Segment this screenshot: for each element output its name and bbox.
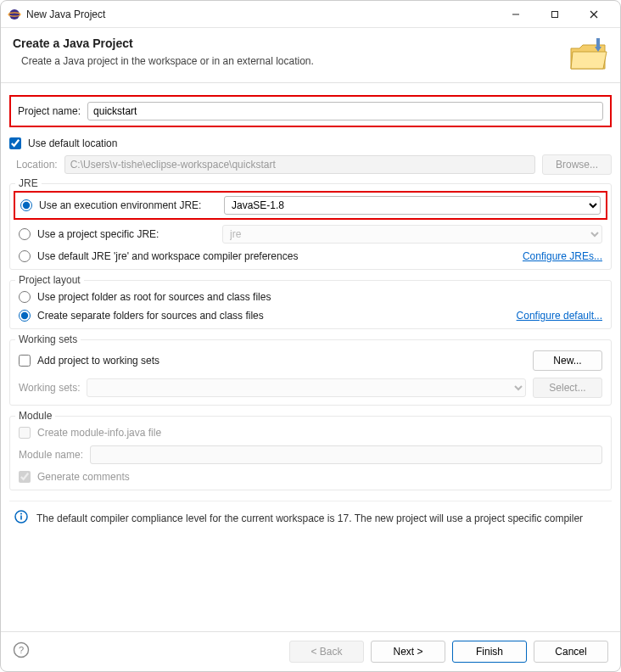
browse-button: Browse... (542, 154, 612, 175)
proj-specific-label: Use a project specific JRE: (37, 228, 215, 240)
use-default-radio[interactable] (19, 250, 31, 262)
create-module-info-checkbox (19, 427, 31, 439)
info-icon (14, 510, 28, 526)
location-row: Location: Browse... (9, 154, 612, 175)
generate-comments-checkbox (19, 471, 31, 483)
layout-root-radio[interactable] (19, 291, 31, 303)
eclipse-icon (8, 8, 21, 21)
layout-legend: Project layout (15, 274, 84, 286)
cancel-button[interactable]: Cancel (534, 641, 608, 663)
use-default-label: Use default JRE 'jre' and workspace comp… (37, 250, 298, 262)
info-message-row: The default compiler compliance level fo… (9, 501, 612, 535)
svg-rect-3 (552, 11, 558, 17)
svg-text:?: ? (19, 645, 24, 655)
window-title: New Java Project (26, 8, 496, 20)
configure-default-link[interactable]: Configure default... (517, 310, 602, 322)
folder-icon (568, 36, 608, 72)
default-location-row: Use default location (9, 137, 612, 149)
new-working-set-button[interactable]: New... (533, 350, 602, 371)
window-titlebar: New Java Project (1, 1, 620, 28)
add-working-sets-checkbox[interactable] (19, 355, 31, 367)
next-button[interactable]: Next > (371, 641, 445, 663)
wizard-footer: ? < Back Next > Finish Cancel (1, 631, 620, 671)
add-working-sets-label: Add project to working sets (37, 355, 159, 367)
working-sets-fieldset: Working sets Add project to working sets… (9, 339, 612, 406)
layout-root-label: Use project folder as root for sources a… (37, 291, 271, 303)
svg-rect-9 (20, 516, 22, 520)
exec-env-label: Use an execution environment JRE: (39, 199, 217, 211)
module-name-input (90, 445, 602, 464)
svg-point-8 (20, 513, 22, 515)
exec-env-radio[interactable] (20, 199, 32, 211)
maximize-button[interactable] (535, 2, 574, 27)
wizard-content: Project name: Use default location Locat… (1, 83, 620, 631)
working-sets-select (87, 378, 526, 397)
working-sets-legend: Working sets (15, 333, 81, 345)
location-input (64, 155, 535, 174)
jre-fieldset: JRE Use an execution environment JRE: Ja… (9, 183, 612, 270)
project-name-highlight: Project name: (9, 95, 612, 127)
proj-specific-select: jre (222, 225, 602, 244)
jre-highlight: Use an execution environment JRE: JavaSE… (14, 191, 607, 220)
minimize-button[interactable] (496, 2, 535, 27)
layout-fieldset: Project layout Use project folder as roo… (9, 280, 612, 329)
configure-jres-link[interactable]: Configure JREs... (523, 250, 602, 262)
finish-button[interactable]: Finish (452, 641, 527, 663)
create-module-info-label: Create module-info.java file (37, 427, 161, 439)
page-title: Create a Java Project (13, 36, 568, 50)
back-button: < Back (289, 641, 364, 663)
default-location-label: Use default location (28, 137, 117, 149)
jre-legend: JRE (15, 177, 42, 189)
proj-specific-radio[interactable] (19, 228, 31, 240)
location-label: Location: (16, 159, 58, 171)
help-icon[interactable]: ? (13, 641, 30, 662)
close-button[interactable] (574, 2, 613, 27)
layout-separate-label: Create separate folders for sources and … (37, 310, 264, 322)
working-sets-label: Working sets: (19, 382, 80, 394)
info-message-text: The default compiler compliance level fo… (36, 512, 583, 524)
exec-env-select[interactable]: JavaSE-1.8 (224, 196, 601, 215)
default-location-checkbox[interactable] (9, 137, 21, 149)
page-description: Create a Java project in the workspace o… (21, 55, 568, 67)
layout-separate-radio[interactable] (19, 310, 31, 322)
project-name-input[interactable] (87, 102, 603, 120)
module-name-label: Module name: (19, 449, 83, 461)
generate-comments-label: Generate comments (37, 471, 130, 483)
svg-point-0 (9, 9, 20, 20)
module-legend: Module (15, 410, 55, 422)
wizard-header: Create a Java Project Create a Java proj… (1, 28, 620, 83)
select-working-set-button: Select... (533, 378, 602, 398)
project-name-label: Project name: (18, 105, 81, 117)
module-fieldset: Module Create module-info.java file Modu… (9, 416, 612, 490)
